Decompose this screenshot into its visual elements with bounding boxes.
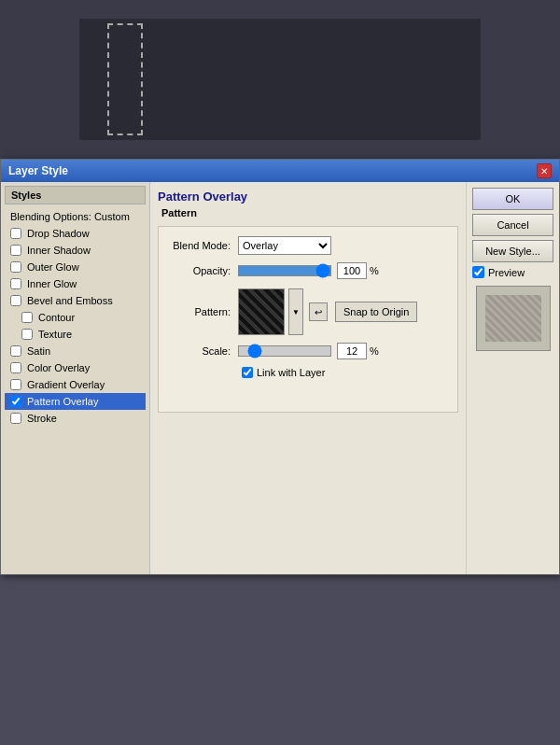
dashed-selection — [107, 23, 143, 135]
dialog-title: Layer Style — [8, 164, 68, 177]
color-overlay-checkbox[interactable] — [10, 362, 21, 373]
scale-input[interactable] — [337, 343, 367, 359]
preview-box — [476, 286, 551, 351]
pattern-overlay-checkbox[interactable] — [10, 396, 21, 407]
canvas-top — [0, 0, 560, 159]
pattern-action-button[interactable]: ↩ — [309, 302, 328, 321]
inner-shadow-checkbox[interactable] — [10, 245, 21, 256]
dialog-body: Styles Blending Options: Custom Drop Sha… — [1, 182, 559, 574]
sidebar-item-inner-shadow[interactable]: Inner Shadow — [5, 242, 146, 259]
sidebar-item-inner-glow[interactable]: Inner Glow — [5, 275, 146, 292]
preview-label: Preview — [488, 267, 525, 278]
bevel-emboss-checkbox[interactable] — [10, 295, 21, 306]
preview-inner — [485, 295, 541, 342]
outer-glow-checkbox[interactable] — [10, 261, 21, 273]
sidebar-item-gradient-overlay[interactable]: Gradient Overlay — [5, 376, 146, 393]
preview-checkbox[interactable] — [472, 266, 484, 278]
ok-button[interactable]: OK — [472, 188, 553, 210]
sidebar-item-pattern-overlay[interactable]: Pattern Overlay — [5, 393, 146, 410]
inner-glow-checkbox[interactable] — [10, 278, 21, 289]
pattern-preview-visual — [239, 289, 284, 334]
drop-shadow-checkbox[interactable] — [10, 228, 21, 239]
new-style-button[interactable]: New Style... — [472, 240, 553, 262]
opacity-input[interactable] — [337, 262, 367, 279]
right-panel: OK Cancel New Style... Preview — [466, 182, 559, 574]
snap-to-origin-button[interactable]: Snap to Origin — [335, 302, 417, 322]
blend-mode-select[interactable]: Overlay — [238, 236, 331, 255]
sidebar-item-drop-shadow[interactable]: Drop Shadow — [5, 225, 146, 242]
blend-mode-label: Blend Mode: — [168, 240, 238, 251]
blending-options-item[interactable]: Blending Options: Custom — [5, 208, 146, 225]
sidebar-item-stroke[interactable]: Stroke — [5, 410, 146, 427]
opacity-percent: % — [370, 265, 379, 276]
left-panel: Styles Blending Options: Custom Drop Sha… — [1, 182, 150, 574]
sub-section-title: Pattern — [158, 207, 458, 218]
contour-checkbox[interactable] — [21, 312, 33, 323]
sidebar-item-color-overlay[interactable]: Color Overlay — [5, 359, 146, 376]
layer-style-dialog: Layer Style ✕ Styles Blending Options: C… — [0, 159, 560, 575]
pattern-row: Pattern: ▼ ↩ Snap to Origin — [168, 288, 448, 335]
styles-header[interactable]: Styles — [5, 186, 146, 204]
pattern-label: Pattern: — [168, 306, 238, 317]
sidebar-item-contour[interactable]: Contour — [5, 309, 146, 326]
pattern-preview-swatch[interactable] — [238, 288, 285, 335]
section-title: Pattern Overlay — [158, 190, 458, 204]
texture-checkbox[interactable] — [21, 329, 33, 340]
scale-label: Scale: — [168, 345, 238, 357]
preview-row: Preview — [472, 266, 553, 278]
sidebar-item-texture[interactable]: Texture — [5, 326, 146, 343]
link-row: Link with Layer — [168, 367, 448, 378]
pattern-dropdown-button[interactable]: ▼ — [288, 288, 303, 335]
dialog-titlebar: Layer Style ✕ — [1, 160, 559, 182]
satin-checkbox[interactable] — [10, 345, 21, 357]
stroke-checkbox[interactable] — [10, 413, 21, 424]
cancel-button[interactable]: Cancel — [472, 214, 553, 236]
gradient-overlay-checkbox[interactable] — [10, 379, 21, 390]
link-with-layer-label: Link with Layer — [257, 367, 325, 378]
opacity-slider[interactable] — [238, 265, 331, 276]
scale-slider[interactable] — [238, 345, 331, 357]
opacity-row: Opacity: % — [168, 262, 448, 279]
link-with-layer-checkbox[interactable] — [242, 367, 253, 378]
sidebar-item-satin[interactable]: Satin — [5, 343, 146, 359]
scale-percent: % — [370, 345, 379, 357]
sidebar-item-outer-glow[interactable]: Outer Glow — [5, 259, 146, 275]
main-content: Pattern Overlay Pattern Blend Mode: Over… — [150, 182, 466, 574]
canvas-top-inner — [79, 19, 481, 140]
opacity-label: Opacity: — [168, 265, 238, 276]
sidebar-item-bevel-emboss[interactable]: Bevel and Emboss — [5, 292, 146, 309]
content-panel: Blend Mode: Overlay Opacity: % Pattern: — [158, 226, 458, 413]
pattern-actions: ↩ — [309, 302, 328, 321]
scale-row: Scale: % — [168, 343, 448, 359]
close-button[interactable]: ✕ — [537, 163, 552, 178]
blend-mode-row: Blend Mode: Overlay — [168, 236, 448, 255]
